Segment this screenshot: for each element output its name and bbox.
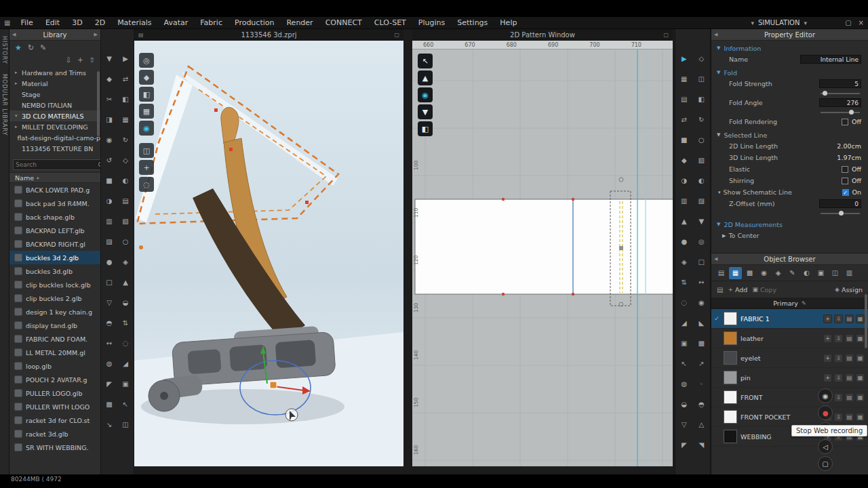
tree-expand-icon[interactable]: ▸ bbox=[15, 81, 22, 86]
display-toggle-button[interactable]: ◧ bbox=[139, 87, 154, 102]
2d-mode-tool-icon[interactable]: ◒ bbox=[681, 401, 687, 408]
2d-mode-tool-icon[interactable]: ◤ bbox=[682, 441, 687, 449]
3d-tool-icon[interactable]: ▥ bbox=[106, 218, 112, 225]
2d-mode-tool-icon[interactable]: ▤ bbox=[681, 96, 687, 103]
file-item[interactable]: BACK LOWER PAD.g bbox=[9, 183, 100, 197]
3d-tool-icon[interactable]: ▶ bbox=[123, 55, 128, 62]
2d-tool-button[interactable]: ↖ bbox=[418, 54, 433, 68]
library-tree-item[interactable]: NEMBO ITALIAN bbox=[9, 100, 100, 110]
section-fold[interactable]: ▼ Fold bbox=[711, 67, 868, 78]
material-detail-icon[interactable]: ▤ bbox=[845, 314, 854, 323]
display-toggle-button[interactable]: ◆ bbox=[139, 70, 154, 85]
menu-item[interactable]: Settings bbox=[451, 18, 494, 27]
3d-tool-icon[interactable]: ⇅ bbox=[123, 319, 128, 327]
export-icon[interactable]: ⇧ bbox=[90, 56, 95, 64]
3d-tool-icon[interactable]: ↺ bbox=[106, 157, 112, 164]
fold-rendering-checkbox[interactable] bbox=[842, 119, 848, 125]
3d-tool-icon[interactable]: ↻ bbox=[123, 136, 128, 144]
2d-mode-tool-icon[interactable]: ◣ bbox=[698, 319, 704, 327]
fabric-item[interactable]: pin + ⇩ ▤ ▦ bbox=[711, 368, 868, 388]
add-colorway-icon[interactable]: + bbox=[823, 314, 832, 323]
object-browser-tab[interactable]: ◉ bbox=[757, 267, 770, 279]
object-browser-tab[interactable]: ◐ bbox=[800, 267, 813, 279]
viewport-titlebar[interactable]: ▤ 1133546 3d.zprj ▢ bbox=[134, 29, 403, 41]
3d-tool-icon[interactable]: ▣ bbox=[122, 380, 128, 388]
side-tab[interactable]: HISTORY bbox=[1, 36, 7, 64]
file-item[interactable]: POUCH 2 AVATAR.g bbox=[9, 373, 100, 386]
3d-tool-icon[interactable]: ▼ bbox=[106, 55, 112, 62]
library-tree-item[interactable]: flat-design-digital-camo-p bbox=[9, 132, 100, 143]
display-toggle-button[interactable]: ◫ bbox=[139, 143, 154, 158]
2d-mode-tool-icon[interactable]: ● bbox=[681, 238, 687, 245]
fabric-item[interactable]: ✓ FABRIC 1 + ⇩ ▤ ▦ bbox=[711, 309, 868, 329]
object-browser-tab[interactable]: ▤ bbox=[715, 267, 728, 279]
record-icon[interactable]: ● bbox=[818, 405, 833, 420]
fabric-swatch[interactable] bbox=[724, 331, 737, 345]
panel-float-icon[interactable]: ▢ bbox=[394, 32, 399, 38]
2d-mode-tool-icon[interactable]: △ bbox=[698, 421, 704, 428]
file-item[interactable]: BACKPAD RIGHT.gl bbox=[9, 237, 100, 251]
2d-mode-tool-icon[interactable]: ↖ bbox=[682, 360, 687, 367]
file-item[interactable]: clip buckles 2.glb bbox=[9, 291, 100, 305]
3d-tool-icon[interactable]: ▲ bbox=[123, 279, 128, 286]
2d-mode-tool-icon[interactable]: ◦ bbox=[699, 380, 703, 388]
fabric-swatch[interactable] bbox=[724, 371, 737, 384]
fabric-item[interactable]: FRONT POCKET + ⇩ ▤ ▦ bbox=[711, 407, 868, 427]
file-item[interactable]: back pad 3d R4MM. bbox=[9, 197, 100, 210]
2d-mode-tool-icon[interactable]: ◍ bbox=[681, 380, 687, 388]
material-grid-icon[interactable]: ▦ bbox=[856, 334, 865, 343]
file-item[interactable]: racket 3d.glb bbox=[9, 427, 100, 441]
2d-mode-tool-icon[interactable]: ⇅ bbox=[682, 279, 687, 286]
library-tree-item[interactable]: ▸ Material bbox=[9, 78, 100, 89]
2d-tool-button[interactable]: ◧ bbox=[418, 121, 433, 136]
2d-mode-tool-icon[interactable]: ◧ bbox=[698, 96, 705, 103]
add-colorway-icon[interactable]: + bbox=[823, 373, 832, 382]
add-button[interactable]: + Add bbox=[728, 286, 747, 293]
file-item[interactable]: clip buckles lock.glb bbox=[9, 278, 100, 291]
2d-tool-button[interactable]: ◉ bbox=[418, 87, 433, 102]
elastic-checkbox[interactable] bbox=[842, 166, 848, 173]
refresh-icon[interactable]: ↻ bbox=[28, 43, 34, 52]
object-browser-tab[interactable]: ▥ bbox=[843, 267, 856, 279]
2d-mode-tool-icon[interactable]: ↔ bbox=[698, 279, 704, 286]
zoffset-input[interactable]: 0 bbox=[819, 199, 861, 208]
3d-tool-icon[interactable]: ◍ bbox=[106, 360, 113, 367]
panel-float-icon[interactable]: ▢ bbox=[663, 32, 669, 38]
3d-tool-icon[interactable]: ↔ bbox=[106, 340, 112, 347]
3d-tool-icon[interactable]: ✂ bbox=[106, 96, 112, 103]
object-browser-tab[interactable]: ✎ bbox=[786, 267, 799, 279]
tree-expand-icon[interactable]: ▸ bbox=[15, 124, 22, 129]
simulation-control[interactable]: ▾ SIMULATION ▾ bbox=[751, 19, 807, 26]
pattern-titlebar[interactable]: 2D Pattern Window ▢ bbox=[412, 29, 673, 41]
assign-button[interactable]: ◈ Assign bbox=[835, 286, 863, 293]
3d-tool-icon[interactable]: ▨ bbox=[106, 238, 112, 245]
tree-expand-icon[interactable]: ▾ bbox=[15, 113, 22, 119]
fabric-swatch[interactable] bbox=[724, 410, 737, 424]
add-icon[interactable]: + bbox=[77, 56, 83, 64]
panel-menu-icon[interactable]: ▤ bbox=[138, 32, 144, 38]
2d-mode-tool-icon[interactable]: ○ bbox=[698, 136, 705, 144]
import-icon[interactable]: ⇩ bbox=[66, 56, 71, 64]
material-grid-icon[interactable]: ▦ bbox=[856, 354, 865, 363]
3d-tool-icon[interactable]: ↘ bbox=[106, 421, 112, 428]
menu-item[interactable]: Help bbox=[494, 18, 523, 27]
menu-item[interactable]: Materials bbox=[111, 18, 157, 27]
3d-tool-icon[interactable]: ◓ bbox=[106, 319, 113, 327]
file-item[interactable]: PULLER LOGO.glb bbox=[9, 386, 100, 400]
2d-mode-tool-icon[interactable]: ◐ bbox=[698, 177, 705, 184]
display-toggle-button[interactable]: + bbox=[139, 160, 154, 175]
material-grid-icon[interactable]: ▦ bbox=[856, 314, 865, 323]
import-material-icon[interactable]: ⇩ bbox=[834, 373, 843, 382]
3d-tool-icon[interactable]: ◫ bbox=[122, 421, 128, 428]
folder-icon[interactable]: ▤ bbox=[717, 286, 723, 293]
fabric-item[interactable]: leather + ⇩ ▤ ▦ bbox=[711, 329, 868, 348]
2d-mode-tool-icon[interactable]: ◢ bbox=[682, 319, 687, 327]
3d-tool-icon[interactable]: ▧ bbox=[122, 218, 128, 225]
material-detail-icon[interactable]: ▤ bbox=[845, 354, 854, 363]
speaker-icon[interactable]: ◁ bbox=[818, 439, 833, 454]
file-item[interactable]: back shape.glb bbox=[9, 210, 100, 224]
file-item[interactable]: FABRIC AND FOAM. bbox=[9, 332, 100, 346]
2d-mode-tool-icon[interactable]: ◫ bbox=[698, 75, 705, 83]
fabric-item[interactable]: FRONT + ⇩ ▤ ▦ bbox=[711, 388, 868, 407]
maximize-button[interactable]: ▢ bbox=[845, 19, 851, 26]
